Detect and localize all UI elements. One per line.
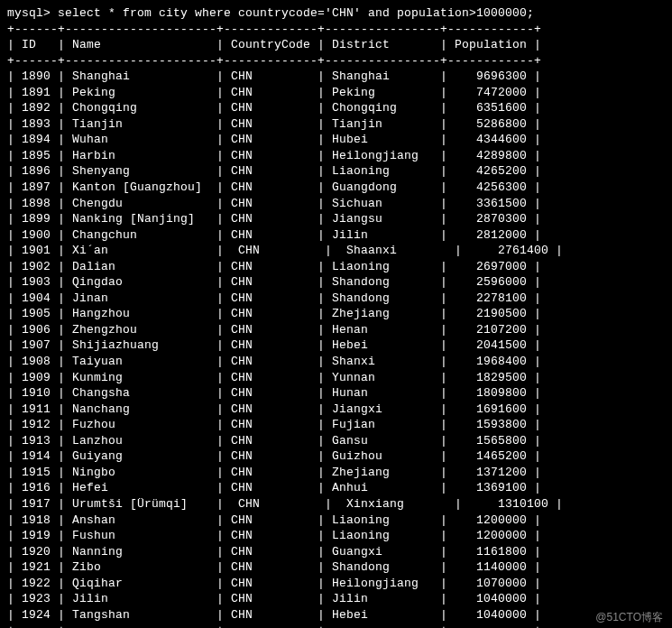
table-row: | 1891 | Peking | CHN | Peking | 7472000…	[7, 85, 665, 101]
table-row: | 1915 | Ningbo | CHN | Zhejiang | 13712…	[7, 465, 665, 481]
table-row: | 1920 | Nanning | CHN | Guangxi | 11618…	[7, 544, 665, 560]
table-row: | 1916 | Hefei | CHN | Anhui | 1369100 |	[7, 480, 665, 496]
table-row: | 1899 | Nanking [Nanjing] | CHN | Jiang…	[7, 211, 665, 227]
table-row: | 1906 | Zhengzhou | CHN | Henan | 21072…	[7, 322, 665, 338]
table-row: | 1903 | Qingdao | CHN | Shandong | 2596…	[7, 274, 665, 291]
table-row: | 1921 | Zibo | CHN | Shandong | 1140000…	[7, 559, 665, 576]
table-header: | ID | Name | CountryCode | District | P…	[7, 37, 665, 53]
table-border: +------+---------------------+----------…	[7, 22, 665, 38]
table-row: | 1905 | Hangzhou | CHN | Zhejiang | 219…	[7, 306, 665, 322]
table-row: | 1913 | Lanzhou | CHN | Gansu | 1565800…	[7, 433, 665, 449]
table-row: | 1918 | Anshan | CHN | Liaoning | 12000…	[7, 513, 665, 529]
table-row: | 1910 | Changsha | CHN | Hunan | 180980…	[7, 385, 665, 402]
table-row: | 1909 | Kunming | CHN | Yunnan | 182950…	[7, 370, 665, 386]
table-row: | 1896 | Shenyang | CHN | Liaoning | 426…	[7, 163, 665, 180]
watermark: @51CTO博客	[595, 610, 663, 624]
terminal-output: mysql> select * from city where countryc…	[7, 5, 665, 628]
table-border: +------+---------------------+----------…	[7, 53, 665, 69]
table-border: +------+---------------------+----------…	[7, 623, 665, 628]
table-row: | 1922 | Qiqihar | CHN | Heilongjiang | …	[7, 576, 665, 592]
table-row: | 1895 | Harbin | CHN | Heilongjiang | 4…	[7, 148, 665, 164]
table-row: | 1902 | Dalian | CHN | Liaoning | 26970…	[7, 259, 665, 275]
table-row: | 1894 | Wuhan | CHN | Hubei | 4344600 |	[7, 132, 665, 148]
table-row: | 1907 | Shijiazhuang | CHN | Hebei | 20…	[7, 337, 665, 354]
table-row: | 1924 | Tangshan | CHN | Hebei | 104000…	[7, 607, 665, 623]
table-row: | 1911 | Nanchang | CHN | Jiangxi | 1691…	[7, 402, 665, 418]
table-row: | 1893 | Tianjin | CHN | Tianjin | 52868…	[7, 116, 665, 133]
table-row: | 1890 | Shanghai | CHN | Shanghai | 969…	[7, 69, 665, 85]
table-row: | 1904 | Jinan | CHN | Shandong | 227810…	[7, 291, 665, 307]
table-row: | 1923 | Jilin | CHN | Jilin | 1040000 |	[7, 591, 665, 607]
query-line: mysql> select * from city where countryc…	[7, 5, 665, 22]
table-row: | 1914 | Guiyang | CHN | Guizhou | 14652…	[7, 448, 665, 465]
table-row: | 1912 | Fuzhou | CHN | Fujian | 1593800…	[7, 417, 665, 433]
table-row: | 1892 | Chongqing | CHN | Chongqing | 6…	[7, 100, 665, 116]
table-row: | 1898 | Chengdu | CHN | Sichuan | 33615…	[7, 196, 665, 212]
table-row: | 1900 | Changchun | CHN | Jilin | 28120…	[7, 227, 665, 244]
table-row: | 1908 | Taiyuan | CHN | Shanxi | 196840…	[7, 354, 665, 370]
table-row: | 1919 | Fushun | CHN | Liaoning | 12000…	[7, 528, 665, 544]
table-row: | 1917 | Urumtši [Ürümqi] | CHN | Xinxia…	[7, 496, 665, 513]
table-row: | 1897 | Kanton [Guangzhou] | CHN | Guan…	[7, 180, 665, 196]
table-row: | 1901 | Xi´an | CHN | Shaanxi | 2761400…	[7, 243, 665, 259]
